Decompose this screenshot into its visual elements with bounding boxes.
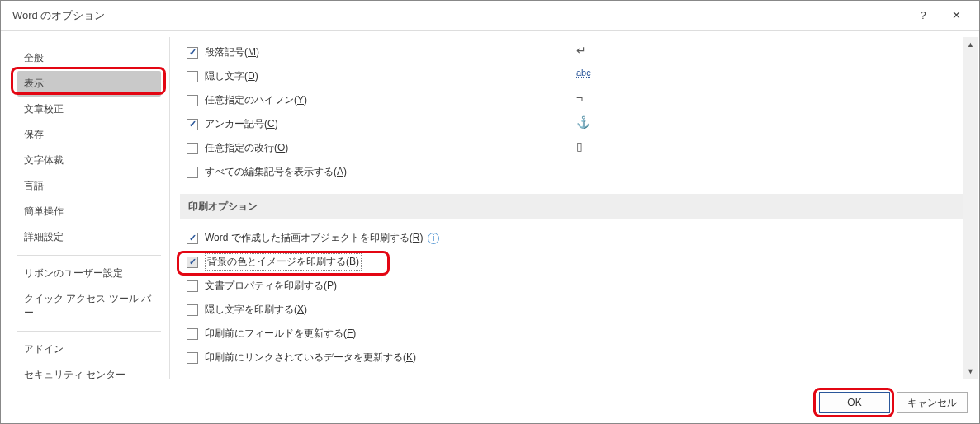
- sidebar-item-typography[interactable]: 文字体裁: [17, 148, 161, 173]
- option-label: 任意指定の改行(O): [205, 141, 288, 155]
- sidebar-item-advanced[interactable]: 詳細設定: [17, 224, 161, 250]
- info-icon[interactable]: i: [428, 233, 439, 244]
- vertical-scrollbar[interactable]: ▲ ▼: [963, 37, 978, 379]
- option-print-drawings[interactable]: Word で作成した描画オブジェクトを印刷する(R) i: [180, 226, 963, 250]
- sidebar-item-save[interactable]: 保存: [17, 122, 161, 148]
- sidebar-item-addins[interactable]: アドイン: [17, 337, 161, 362]
- checkbox-optional-breaks[interactable]: [187, 143, 198, 154]
- option-label: 文書プロパティを印刷する(P): [205, 279, 337, 293]
- optional-hyphen-icon: ¬: [576, 92, 583, 105]
- checkbox-paragraph-marks[interactable]: [187, 47, 198, 59]
- cancel-button[interactable]: キャンセル: [897, 392, 968, 413]
- sidebar-item-trust-center[interactable]: セキュリティ センター: [17, 362, 161, 388]
- sidebar-item-label: 簡単操作: [24, 205, 64, 217]
- option-hidden-text[interactable]: 隠し文字(D): [180, 64, 963, 88]
- scroll-down-icon[interactable]: ▼: [963, 364, 978, 379]
- sidebar-item-label: クイック アクセス ツール バー: [24, 293, 151, 318]
- button-label: OK: [847, 397, 861, 408]
- option-optional-breaks[interactable]: 任意指定の改行(O): [180, 136, 963, 160]
- close-icon: ✕: [952, 9, 961, 21]
- sidebar-item-label: 詳細設定: [24, 231, 64, 243]
- option-paragraph-marks[interactable]: 段落記号(M): [180, 40, 963, 64]
- sidebar-item-label: 文字体裁: [24, 154, 64, 166]
- checkbox-print-drawings[interactable]: [187, 233, 198, 244]
- option-print-hidden-text[interactable]: 隠し文字を印刷する(X): [180, 298, 963, 322]
- option-label: 印刷前にフィールドを更新する(F): [205, 327, 356, 341]
- option-print-properties[interactable]: 文書プロパティを印刷する(P): [180, 274, 963, 298]
- sidebar: 全般 表示 文章校正 保存 文字体裁 言語 簡単操作 詳細設定 リボンのユーザー…: [9, 37, 170, 379]
- checkbox-print-hidden-text[interactable]: [187, 304, 198, 316]
- checkbox-update-fields[interactable]: [187, 328, 198, 340]
- titlebar: Word のオプション ? ✕: [1, 1, 979, 31]
- help-icon: ?: [920, 9, 926, 21]
- paragraph-mark-icon: ↵: [576, 44, 586, 57]
- checkbox-hidden-text[interactable]: [187, 71, 198, 82]
- option-label: Word で作成した描画オブジェクトを印刷する(R): [205, 231, 423, 245]
- option-label: 背景の色とイメージを印刷する(B): [205, 253, 362, 271]
- help-button[interactable]: ?: [907, 4, 940, 27]
- close-button[interactable]: ✕: [940, 4, 973, 27]
- window-title: Word のオプション: [12, 8, 907, 23]
- checkbox-optional-hyphens[interactable]: [187, 95, 198, 106]
- option-label: すべての編集記号を表示する(A): [205, 165, 347, 179]
- scroll-up-icon[interactable]: ▲: [963, 37, 978, 52]
- sidebar-item-label: アドイン: [24, 343, 64, 355]
- sidebar-item-language[interactable]: 言語: [17, 173, 161, 199]
- option-update-fields[interactable]: 印刷前にフィールドを更新する(F): [180, 322, 963, 346]
- checkbox-show-all[interactable]: [187, 167, 198, 178]
- sidebar-separator: [17, 255, 161, 256]
- option-label: 隠し文字(D): [205, 69, 258, 83]
- option-update-linked-data[interactable]: 印刷前にリンクされているデータを更新する(K): [180, 346, 963, 370]
- option-label: 段落記号(M): [205, 45, 259, 59]
- sidebar-item-proofing[interactable]: 文章校正: [17, 97, 161, 122]
- sidebar-separator: [17, 331, 161, 332]
- sidebar-item-label: リボンのユーザー設定: [24, 267, 123, 279]
- sidebar-item-general[interactable]: 全般: [17, 45, 161, 71]
- main-panel: 段落記号(M) ↵ 隠し文字(D) abc 任意指定のハイフン(Y) ¬: [175, 37, 978, 379]
- button-label: キャンセル: [907, 396, 957, 410]
- option-label: アンカー記号(C): [205, 117, 278, 131]
- option-label: 任意指定のハイフン(Y): [205, 93, 307, 107]
- option-show-all[interactable]: すべての編集記号を表示する(A): [180, 160, 963, 184]
- sidebar-item-label: 表示: [24, 78, 44, 89]
- content-area: 段落記号(M) ↵ 隠し文字(D) abc 任意指定のハイフン(Y) ¬: [175, 37, 963, 379]
- sidebar-item-qat[interactable]: クイック アクセス ツール バー: [17, 286, 161, 326]
- checkbox-print-background[interactable]: [187, 257, 198, 268]
- option-print-background[interactable]: 背景の色とイメージを印刷する(B): [180, 250, 963, 274]
- sidebar-item-label: 全般: [24, 52, 44, 64]
- option-label: 印刷前にリンクされているデータを更新する(K): [205, 351, 416, 365]
- sidebar-item-label: 文章校正: [24, 103, 64, 115]
- checkbox-print-properties[interactable]: [187, 280, 198, 292]
- option-optional-hyphens[interactable]: 任意指定のハイフン(Y): [180, 88, 963, 112]
- anchor-icon: ⚓: [576, 115, 590, 129]
- sidebar-item-label: セキュリティ センター: [24, 369, 125, 380]
- sidebar-item-ease-of-access[interactable]: 簡単操作: [17, 199, 161, 224]
- section-header-print-options: 印刷オプション: [180, 194, 963, 219]
- checkbox-object-anchors[interactable]: [187, 119, 198, 130]
- ok-button[interactable]: OK: [819, 392, 890, 413]
- checkbox-update-linked-data[interactable]: [187, 352, 198, 364]
- sidebar-item-display[interactable]: 表示: [17, 71, 161, 97]
- dialog-footer: OK キャンセル: [1, 385, 979, 420]
- sidebar-item-label: 保存: [24, 129, 44, 140]
- optional-break-icon: ▯: [576, 139, 583, 153]
- option-label: 隠し文字を印刷する(X): [205, 303, 307, 317]
- hidden-text-icon: abc: [576, 68, 591, 78]
- option-object-anchors[interactable]: アンカー記号(C): [180, 112, 963, 136]
- sidebar-item-label: 言語: [24, 180, 44, 191]
- sidebar-item-customize-ribbon[interactable]: リボンのユーザー設定: [17, 261, 161, 286]
